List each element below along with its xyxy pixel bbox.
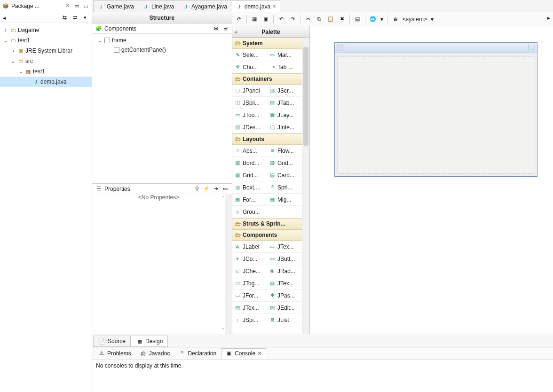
palette-item[interactable]: ✥Cho... [232,61,267,73]
tab-declaration[interactable]: ᴰDeclaration [174,348,220,359]
palette-item[interactable]: ▦Bord... [232,157,267,169]
palette-item[interactable]: ▢JInte... [267,121,302,133]
palette-category-containers[interactable]: 🗁Containers [232,73,302,85]
palette-item[interactable]: ▾JCo... [232,253,267,265]
palette-item[interactable]: ✧Abs... [232,145,267,157]
system-laf-label[interactable]: <system> [403,16,427,23]
scroll-down-icon[interactable]: ˅ [222,328,224,333]
scroll-up-icon[interactable]: ˄ [222,195,224,200]
expand-icon[interactable]: › [3,27,8,33]
palette-item[interactable]: ▭Mar... [267,49,302,61]
grip-icon[interactable]: ◂ [3,15,6,21]
palette-item[interactable]: ▭JToo... [232,109,267,121]
tree-item-label[interactable]: demo.java [40,78,66,85]
tree-item-label[interactable]: test1 [33,68,45,75]
variable-icon[interactable]: ▭ [221,185,229,193]
palette-item[interactable]: ▭JTog... [232,277,267,290]
undo-icon[interactable]: ↶ [277,16,285,23]
collapse-all-icon[interactable]: ⊟ [221,25,229,32]
tree-item-label[interactable]: Lwgame [18,27,39,33]
goto-definition-icon[interactable]: ➜ [212,185,220,193]
palette-item[interactable]: ▣JLay... [267,109,302,121]
palette-item[interactable]: ▦Grid... [267,157,302,169]
editor-tab[interactable]: Jdemo.java✕ [231,0,280,12]
tree-item-label[interactable]: test1 [18,37,30,44]
cut-icon[interactable]: ✂ [304,16,312,23]
palette-item[interactable]: ↕JSpi... [232,314,267,326]
expand-icon[interactable]: › [10,47,16,54]
palette-scrollbar[interactable] [302,38,309,334]
scrollbar-thumb[interactable] [303,47,308,146]
palette-item[interactable]: ◉JRad... [267,265,302,277]
close-icon[interactable]: ✕ [272,4,276,9]
palette-item[interactable]: ≡Grou... [232,206,267,218]
events-icon[interactable]: ⚡ [203,185,210,193]
palette-item[interactable]: ▭JTex... [267,241,302,253]
palette-item[interactable]: ▤JTex... [267,277,302,290]
tab-problems[interactable]: ⚠Problems [94,348,135,359]
package-explorer-tree[interactable]: ›🗀Lwgame ⌄🗀test1 ›≣JRE System Librar ⌄🗀s… [0,23,92,89]
palette-item[interactable]: ▥JScr... [267,85,302,97]
palette-item[interactable]: ▭JFor... [232,290,267,302]
grip-icon[interactable]: ▸ [547,15,550,21]
palette-item[interactable]: ≣JList [267,314,302,326]
tab-source[interactable]: 📄Source [93,336,131,347]
collapse-icon[interactable]: ⌄ [3,37,8,44]
design-frame[interactable] [334,42,537,177]
paste-icon[interactable]: 📋 [327,16,334,23]
tree-item-label[interactable]: JRE System Librar [25,47,72,54]
tree-item-label[interactable]: frame [112,37,126,44]
delete-icon[interactable]: ✖ [338,16,346,23]
maximize-icon[interactable]: □ [82,2,90,10]
tab-design[interactable]: ▦Design [131,336,168,347]
laf-icon[interactable]: 🖥 [391,16,399,23]
palette-item[interactable]: ▤JTex... [232,302,267,314]
palette-item[interactable]: ⇥Tab ... [267,61,302,73]
palette-category-layouts[interactable]: 🗁Layouts [232,133,302,145]
palette-item[interactable]: ▤JEdit... [267,302,302,314]
test-icon[interactable]: ▦ [251,16,258,23]
collapse-icon[interactable]: ⌄ [18,68,24,75]
tab-console[interactable]: ▣Console ✕ [221,348,266,359]
palette-item[interactable]: ▦Mig... [267,194,302,206]
palette-item[interactable]: ⬉Sele... [232,49,267,61]
palette-category-struts[interactable]: 🗁Struts & Sprin... [232,218,302,229]
content-pane[interactable] [338,56,534,173]
close-icon[interactable]: ✕ [257,350,262,357]
palette-item[interactable]: ▦For... [232,194,267,206]
palette-category-system[interactable]: 🗁System [232,38,302,49]
view-menu-icon[interactable]: ▾ [81,14,89,21]
components-tree[interactable]: ⌄frame getContentPane() [92,34,232,183]
palette-item[interactable]: ▦Grid... [232,169,267,181]
palette-item[interactable]: ▭JButt... [267,253,302,265]
tree-item-label[interactable]: src [25,58,33,64]
editor-tab[interactable]: JLine.java [138,0,178,12]
properties-tool-icon[interactable]: ▤ [354,16,361,23]
editor-tab[interactable]: JGame.java [93,0,138,12]
collapse-all-icon[interactable]: ⇆ [61,14,68,21]
palette-item[interactable]: ▧JDes... [232,121,267,133]
palette-item[interactable]: ▢JPanel [232,85,267,97]
palette-item[interactable]: ≋Flow... [267,145,302,157]
palette-item[interactable]: AJLabel [232,241,267,253]
palette-item[interactable]: ✱JPas... [267,290,302,302]
close-icon[interactable]: ✕ [63,2,71,10]
locale-icon[interactable]: 🌐 [369,16,377,23]
expand-all-icon[interactable]: ⊞ [212,25,220,32]
palette-item[interactable]: ▤Card... [267,169,302,181]
chevron-down-icon[interactable]: ▾ [380,16,383,23]
tree-item-label[interactable]: getContentPane() [121,47,166,53]
tab-javadoc[interactable]: @Javadoc [136,348,174,359]
design-canvas[interactable] [310,26,553,334]
copy-icon[interactable]: ⧉ [316,16,323,23]
palette-item[interactable]: ☑JChe... [232,265,267,277]
redo-icon[interactable]: ↷ [289,16,296,23]
minimize-icon[interactable] [529,45,535,49]
editor-tab[interactable]: JAyagame.java [178,0,231,12]
collapse-icon[interactable]: ⌄ [10,58,16,64]
palette-list[interactable]: 🗁System ⬉Sele...▭Mar... ✥Cho...⇥Tab ... … [232,38,302,334]
refresh-icon[interactable]: ⟳ [235,16,243,23]
minimize-icon[interactable]: ▭ [73,2,80,10]
preview-icon[interactable]: ▣ [262,16,269,23]
show-advanced-icon[interactable]: ⚲ [193,185,201,193]
